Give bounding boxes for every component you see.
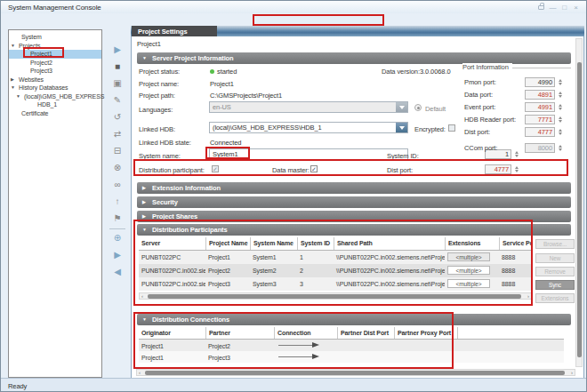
scroll-right-icon[interactable]: › (571, 370, 573, 376)
scroll-right-icon[interactable]: › (527, 293, 529, 300)
tree-item-project2[interactable]: Project2 (9, 59, 101, 68)
participant-row[interactable]: PUNBT022PC.in002.sieme Project3 System3 … (139, 277, 532, 291)
delete-project-icon[interactable]: ⊗ (109, 162, 125, 174)
new-button[interactable]: New (535, 253, 575, 263)
tree-item-local-hdb-express[interactable]: ▼(local)\GMS_HDB_EXPRESS (9, 92, 101, 101)
distribution-participant-checkbox[interactable]: ✓ (212, 165, 219, 172)
minimize-icon[interactable]: — (548, 4, 558, 12)
connection-arrow-icon (277, 353, 321, 360)
ccom-port-spinner[interactable] (557, 143, 563, 153)
system-management-console-window: System Management Console — □ × Active p… (0, 0, 587, 392)
data-master-checkbox[interactable]: ✓ (310, 165, 318, 172)
sync-button[interactable]: Sync (535, 280, 575, 290)
add-icon[interactable]: ⊕ (109, 232, 125, 244)
encrypted-checkbox[interactable] (448, 124, 455, 132)
port-row: Data port: 4891 (462, 90, 571, 100)
extensions-cell-button[interactable]: <multiple> (447, 252, 490, 261)
section-distribution-participants[interactable]: ▼ Distribution Participants (137, 224, 571, 236)
project-status-value: started (217, 68, 237, 76)
section-project-shares[interactable]: ▶ Project Shares (137, 211, 571, 222)
data-port-spinner[interactable] (557, 90, 563, 100)
tree-item-history-databases[interactable]: ▼History Databases (9, 84, 101, 92)
pin-icon[interactable]: ⚑ (109, 212, 125, 225)
extensions-cell-button[interactable]: <multiple> (447, 266, 490, 275)
section-extension-information[interactable]: ▶ Extension Information (137, 182, 571, 194)
scroll-left-icon[interactable]: ‹ (141, 293, 143, 300)
status-text: Ready (8, 382, 27, 390)
upload-icon[interactable]: ↑ (109, 196, 125, 208)
back-icon[interactable]: ◀ (109, 266, 125, 278)
pmon-port-spinbox[interactable]: 4990 (525, 77, 555, 87)
section-security[interactable]: ▶ Security (137, 196, 571, 208)
section-distribution-connections[interactable]: ▼ Distribution Connections (137, 314, 571, 325)
main-vertical-scrollbar[interactable] (575, 38, 583, 367)
main-horizontal-scrollbar[interactable]: ‹ › (136, 369, 575, 376)
extensions-cell-button[interactable]: <multiple> (447, 279, 490, 288)
system-name-input[interactable]: System1 (209, 148, 408, 160)
extensions-button[interactable]: Extensions (535, 293, 575, 303)
event-port-spinbox[interactable]: 4991 (525, 102, 555, 112)
tree-expander-icon: ▼ (11, 42, 17, 51)
scroll-left-icon[interactable]: ‹ (139, 370, 141, 376)
linked-hdb-state-value: Connected (210, 139, 241, 147)
port-row: Event port: 4991 (462, 102, 571, 113)
start-project-icon[interactable]: ▶ (109, 44, 125, 56)
tree-expander-icon: ▶ (11, 76, 17, 84)
browse-button[interactable]: Browse... (535, 239, 575, 249)
chevron-down-icon[interactable] (396, 102, 407, 112)
hdb-reader-port-spinner[interactable] (557, 115, 563, 124)
linked-hdb-label: Linked HDB: (139, 125, 175, 133)
data-port-spinbox[interactable]: 4891 (525, 90, 555, 100)
default-language-radio[interactable] (414, 104, 422, 111)
event-port-spinner[interactable] (557, 102, 563, 112)
languages-dropdown[interactable]: en-US (209, 101, 408, 113)
collapse-icon: ▼ (142, 224, 150, 236)
upgrade-project-icon[interactable]: ⇄ (109, 128, 125, 140)
chevron-down-icon[interactable] (396, 123, 407, 132)
save-project-icon[interactable]: ⊟ (109, 145, 125, 157)
remove-button[interactable]: Remove (535, 267, 575, 276)
hdb-reader-port-spinbox[interactable]: 7771 (525, 115, 555, 124)
status-bar: Ready (1, 378, 587, 392)
tree-item-certificate[interactable]: Certificate (9, 109, 101, 118)
copy-project-icon[interactable]: ▣ (109, 77, 125, 90)
tree-item-hdb1[interactable]: HDB_1 (9, 100, 101, 109)
tree-item-websites[interactable]: ▶Websites (9, 76, 101, 84)
dist-port-info-label: Dist port: (464, 128, 490, 136)
restore-project-icon[interactable]: ↺ (109, 111, 125, 124)
project-name-label: Project name: (139, 80, 179, 88)
tree-item-project3[interactable]: Project3 (9, 67, 101, 76)
edit-project-icon[interactable]: ✎ (109, 94, 125, 107)
expand-icon: ▶ (142, 196, 150, 208)
linked-hdb-state-label: Linked HDB state: (139, 139, 191, 147)
link-hdb-icon[interactable]: ∞ (109, 179, 125, 191)
forward-icon[interactable]: ▶ (109, 249, 125, 261)
ccom-port-spinbox[interactable]: 8000 (525, 143, 555, 153)
participants-horizontal-scrollbar[interactable]: ‹ › (139, 292, 532, 300)
tree-item-project1[interactable]: Project1 (9, 50, 101, 59)
participant-row[interactable]: PUNBT022PC Project1 System1 1 \\PUNBT022… (139, 251, 532, 264)
linked-hdb-dropdown[interactable]: (local)\GMS_HDB_EXPRESS\HDB_1 (209, 122, 408, 133)
participant-row[interactable]: PUNBT022PC.in002.sieme Project2 System2 … (139, 264, 532, 277)
port-row: HDB Reader port: 7771 (462, 115, 571, 125)
stop-project-icon[interactable]: ■ (109, 60, 125, 73)
connection-row[interactable]: Project1 Project3 (139, 351, 564, 363)
port-row: CCom port: 8000 (462, 143, 571, 154)
dist-port-info-spinner[interactable] (557, 127, 563, 137)
system-name-label: System name: (139, 152, 181, 160)
close-icon[interactable]: × (571, 4, 581, 12)
lock-icon[interactable] (538, 5, 544, 10)
scrollbar-thumb[interactable] (148, 294, 521, 299)
window-title: System Management Console (8, 4, 101, 12)
expand-icon: ▶ (142, 182, 150, 194)
dist-port-label: Dist port: (387, 166, 413, 174)
connection-row[interactable]: Project1 Project2 (139, 340, 564, 351)
tree-item-projects[interactable]: ▼Projects (9, 42, 101, 51)
pmon-port-spinner[interactable] (557, 77, 563, 87)
tree-item-system[interactable]: System (9, 33, 101, 42)
dist-port-info-spinbox[interactable]: 4777 (525, 127, 555, 137)
scrollbar-thumb[interactable] (145, 371, 565, 375)
data-port-label: Data port: (464, 91, 493, 99)
scrollbar-thumb[interactable] (577, 62, 582, 357)
maximize-icon[interactable]: □ (559, 4, 569, 12)
